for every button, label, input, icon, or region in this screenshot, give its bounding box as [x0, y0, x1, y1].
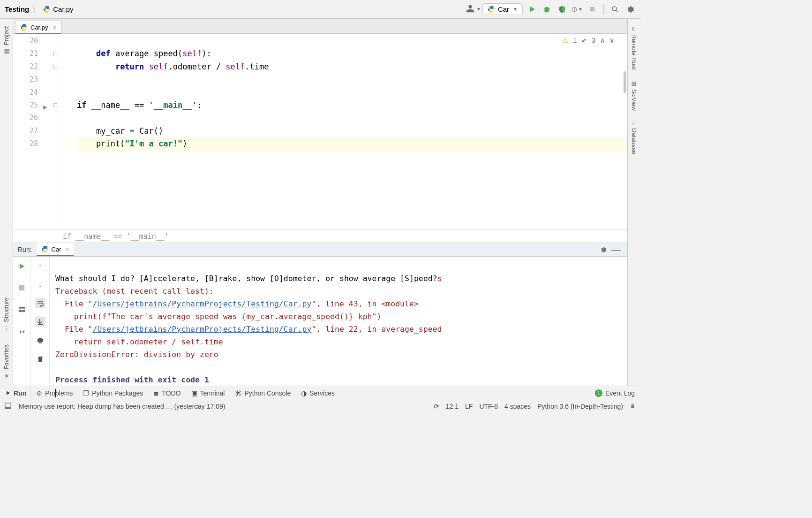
caret-position[interactable]: 12:1	[446, 403, 459, 410]
tool-remote-host[interactable]: ≣ Remote Host	[631, 21, 638, 76]
code-area[interactable]: def average_speed(self): return self.odo…	[58, 34, 627, 229]
tool-favorites-label: Favorites	[3, 344, 10, 369]
run-side-toolbar-mid: ↑ ↓	[31, 257, 50, 402]
breadcrumb-file[interactable]: Car.py	[43, 5, 73, 13]
star-icon: ★	[3, 372, 10, 379]
svg-rect-14	[22, 310, 25, 312]
inspection-widget[interactable]: ⚠ 1 ✔ 3 ∧ ∨	[562, 37, 614, 44]
svg-point-10	[45, 251, 46, 252]
close-icon[interactable]: ×	[53, 23, 57, 31]
tool-database[interactable]: ≡ Database	[631, 116, 638, 160]
svg-point-0	[45, 7, 46, 8]
pin-button[interactable]	[16, 325, 28, 336]
indent-setting[interactable]: 4 spaces	[504, 403, 531, 410]
remote-host-icon: ≣	[631, 26, 638, 31]
chevron-down-icon: ▼	[513, 7, 518, 12]
tool-services-label: Services	[309, 389, 335, 397]
context-label: if __name__ == '__main__'	[63, 232, 169, 241]
interpreter[interactable]: Python 3.6 (In-Depth-Testing)	[537, 403, 623, 410]
svg-rect-22	[5, 407, 11, 409]
tool-run-label: Run	[14, 389, 26, 397]
lock-icon[interactable]	[630, 403, 636, 410]
line-separator[interactable]: LF	[465, 403, 473, 410]
error-line: ZeroDivisionError: division by zero	[55, 350, 218, 359]
tool-structure-label: Structure	[3, 297, 10, 322]
structure-icon: ⋮	[3, 325, 9, 332]
layout-button[interactable]	[16, 304, 28, 315]
rerun-button[interactable]	[16, 260, 28, 272]
close-icon[interactable]: ×	[66, 246, 69, 253]
editor-tab-label: Car.py	[30, 24, 48, 31]
svg-rect-11	[19, 285, 24, 290]
breadcrumb-project[interactable]: Testing	[5, 5, 29, 13]
soft-wrap-button[interactable]	[35, 298, 45, 308]
editor-tab-car[interactable]: Car.py ×	[15, 21, 62, 33]
tool-event-log[interactable]: 1 Event Log	[595, 389, 635, 397]
breadcrumb-separator: 〉	[32, 4, 40, 15]
down-arrow-icon[interactable]: ↓	[35, 279, 45, 289]
tool-event-log-label: Event Log	[605, 389, 635, 397]
right-tool-strip: ≣ Remote Host ⊞ SciView ≡ Database	[627, 19, 640, 386]
traceback-header: Traceback (most recent call last):	[55, 287, 214, 296]
left-tool-strip: ▦ Project ⋮ Structure ★ Favorites	[0, 19, 13, 386]
tool-favorites[interactable]: ★ Favorites	[3, 338, 10, 386]
traceback-file-link[interactable]: /Users/jetbrains/PycharmProjects/Testing…	[92, 325, 311, 334]
tool-run[interactable]: Run	[6, 389, 26, 397]
tool-todo[interactable]: ≣ TODO	[153, 389, 180, 397]
tool-problems[interactable]: ⊘ Problems	[37, 389, 73, 397]
tool-todo-label: TODO	[162, 389, 180, 397]
python-file-icon	[20, 23, 28, 31]
run-side-toolbar-left	[13, 257, 31, 402]
print-button[interactable]	[35, 335, 45, 346]
notification-badge: 1	[595, 389, 602, 397]
run-button[interactable]	[526, 4, 538, 15]
up-arrow-icon[interactable]: ↑	[35, 260, 45, 271]
run-tab-car[interactable]: Car ×	[37, 243, 74, 256]
console-output[interactable]: What should I do? [A]ccelerate, [B]rake,…	[50, 257, 627, 402]
trash-button[interactable]	[35, 354, 45, 365]
tool-window-quick-access-icon[interactable]	[5, 403, 11, 411]
status-message[interactable]: Memory use report: Heap dump has been cr…	[19, 403, 225, 410]
chevron-down-icon: ▼	[476, 7, 481, 12]
scrollbar-thumb[interactable]	[624, 71, 626, 93]
file-encoding[interactable]: UTF-8	[479, 403, 498, 410]
tool-terminal[interactable]: ▣ Terminal	[191, 389, 225, 397]
goto-line-icon[interactable]: ⟳	[434, 403, 439, 410]
editor[interactable]: 202122232425262728 def average_speed(sel…	[13, 34, 627, 229]
chevron-down-icon[interactable]: ∨	[609, 37, 614, 44]
settings-button[interactable]	[624, 4, 636, 15]
svg-point-1	[48, 11, 49, 12]
stop-button[interactable]	[586, 4, 598, 15]
chevron-down-icon: ▼	[578, 7, 583, 12]
run-config-name: Car	[498, 5, 509, 13]
traceback-file-link[interactable]: /Users/jetbrains/PycharmProjects/Testing…	[92, 299, 311, 308]
tool-structure[interactable]: ⋮ Structure	[3, 291, 10, 338]
warning-count: 1	[573, 37, 577, 44]
vcs-user-button[interactable]: ▼	[467, 4, 479, 15]
debug-button[interactable]	[541, 4, 553, 15]
tool-python-packages[interactable]: ❒ Python Packages	[83, 389, 143, 397]
run-settings-button[interactable]	[597, 244, 609, 255]
breadcrumbs-context[interactable]: if __name__ == '__main__'	[13, 229, 627, 243]
hide-panel-button[interactable]: —	[609, 244, 624, 255]
run-tab-label: Car	[52, 246, 61, 253]
tool-sciview[interactable]: ⊞ SciView	[631, 76, 638, 116]
tool-project[interactable]: ▦ Project	[3, 20, 10, 61]
user-icon	[465, 3, 475, 15]
chevron-up-icon[interactable]: ∧	[600, 37, 605, 44]
exit-line: Process finished with exit code 1	[55, 375, 209, 384]
traceback-line: return self.odometer / self.time	[55, 337, 223, 346]
run-with-coverage-button[interactable]	[556, 4, 568, 15]
tool-sciview-label: SciView	[631, 89, 638, 111]
search-everywhere-button[interactable]	[609, 4, 621, 15]
svg-rect-23	[631, 405, 634, 408]
tool-python-console[interactable]: ⌘ Python Console	[235, 389, 291, 397]
stop-button[interactable]	[16, 282, 28, 293]
run-config-selector[interactable]: Car ▼	[482, 3, 523, 15]
svg-point-2	[490, 7, 491, 8]
tool-services[interactable]: ◑ Services	[301, 389, 335, 397]
svg-rect-16	[38, 338, 42, 339]
profile-button[interactable]: ▼	[571, 4, 583, 15]
scroll-to-end-button[interactable]	[35, 317, 45, 327]
breadcrumb: Testing 〉 Car.py	[5, 4, 74, 15]
